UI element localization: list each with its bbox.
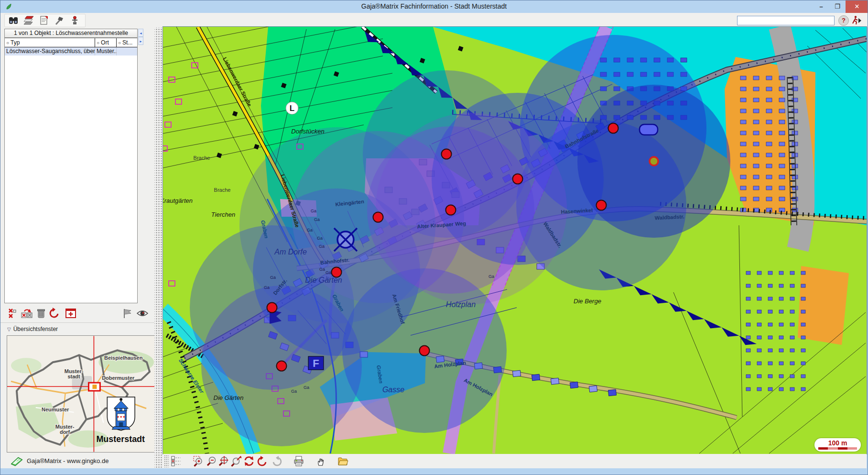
scale-indicator: 100 m bbox=[814, 438, 861, 452]
building bbox=[792, 87, 798, 91]
selected-building-marker[interactable] bbox=[640, 124, 658, 135]
legend-icon[interactable] bbox=[171, 455, 182, 467]
close-button[interactable]: ✕ bbox=[846, 0, 868, 13]
remove-selection-icon[interactable] bbox=[21, 307, 33, 320]
add-object-icon[interactable] bbox=[65, 307, 77, 320]
building bbox=[766, 76, 772, 80]
maximize-button[interactable]: ❐ bbox=[829, 0, 846, 13]
report-icon[interactable] bbox=[38, 15, 50, 26]
print-icon[interactable] bbox=[293, 455, 304, 467]
building bbox=[757, 271, 761, 275]
building bbox=[766, 109, 772, 113]
zoom-in-icon[interactable] bbox=[193, 455, 204, 467]
building bbox=[779, 271, 783, 275]
toolbar-drag-handle[interactable] bbox=[164, 455, 169, 467]
column-header-typ[interactable]: ○Typ bbox=[5, 38, 95, 47]
map-label-ga: Ga bbox=[264, 285, 270, 290]
visibility-eye-icon[interactable] bbox=[136, 307, 149, 320]
delete-icon[interactable] bbox=[35, 307, 47, 320]
building bbox=[768, 310, 772, 313]
ring-marker[interactable] bbox=[650, 157, 658, 166]
undo-view-icon[interactable] bbox=[257, 455, 268, 467]
undo-icon[interactable] bbox=[48, 307, 61, 320]
building bbox=[768, 271, 772, 275]
column-header-st[interactable]: ○St... bbox=[117, 38, 137, 47]
overview-section-label[interactable]: ▽Übersichtsfenster bbox=[7, 326, 58, 332]
layers-icon[interactable] bbox=[23, 15, 34, 26]
map-label: Brache bbox=[194, 155, 210, 161]
window-frame-bottom bbox=[0, 468, 868, 475]
hydrant-marker[interactable] bbox=[267, 303, 277, 313]
building bbox=[790, 271, 794, 275]
object-panel: 1 von 1 Objekt : Löschwasserentnahmestel… bbox=[0, 27, 154, 468]
hydrant-marker[interactable] bbox=[597, 200, 607, 210]
deselect-all-icon[interactable] bbox=[6, 307, 19, 320]
redo-view-icon[interactable] bbox=[271, 455, 282, 467]
building bbox=[801, 362, 805, 365]
collapse-left-button[interactable]: ◄ bbox=[138, 29, 143, 37]
building bbox=[757, 349, 761, 352]
search-binoculars-icon[interactable] bbox=[8, 15, 19, 26]
cell-st bbox=[117, 47, 137, 55]
building bbox=[779, 310, 783, 313]
building bbox=[746, 310, 750, 313]
building bbox=[766, 87, 772, 91]
overview-extent-marker[interactable] bbox=[88, 383, 100, 391]
statusbar-text: Gaja®Matrix - www.gingko.de bbox=[27, 457, 108, 464]
object-list[interactable]: ○Typ ○Ort ○St... Löschwasser-Sauganschlu… bbox=[4, 38, 138, 303]
building bbox=[746, 362, 750, 365]
open-folder-icon[interactable] bbox=[337, 455, 348, 467]
hydrant-marker[interactable] bbox=[373, 212, 383, 222]
radio-icon: ○ bbox=[97, 40, 99, 45]
hydrant-marker[interactable] bbox=[513, 174, 523, 184]
building bbox=[790, 349, 794, 352]
hydrant-tool-icon[interactable] bbox=[69, 15, 80, 26]
building bbox=[757, 387, 761, 391]
refresh-icon[interactable] bbox=[243, 455, 255, 467]
zoom-selection-icon[interactable] bbox=[231, 455, 242, 467]
table-row[interactable]: Löschwasser-Sauganschluss, überfl... Mus… bbox=[5, 47, 137, 55]
exit-runner-icon[interactable] bbox=[850, 15, 862, 26]
hydrant-marker[interactable] bbox=[277, 361, 287, 371]
object-count-header[interactable]: 1 von 1 Objekt : Löschwasserentnahmestel… bbox=[4, 29, 138, 38]
overview-map[interactable]: ♥ ♥ ♥ BeispielhausenMuster-stadtDobermus… bbox=[7, 335, 157, 453]
building bbox=[551, 378, 559, 385]
building bbox=[608, 389, 616, 396]
map-viewport[interactable]: L F GaGaGaGaGaGaGaGaGaGaGaGaDorfstückenB… bbox=[163, 27, 867, 454]
panel-splitter[interactable] bbox=[154, 27, 163, 468]
map-label-ga: Ga bbox=[270, 275, 276, 280]
building bbox=[790, 387, 794, 391]
zoom-out-icon[interactable] bbox=[206, 455, 217, 467]
hydrant-marker[interactable] bbox=[446, 205, 456, 215]
overview-place-label: Dobermuster bbox=[102, 375, 135, 381]
building bbox=[753, 98, 759, 102]
building bbox=[779, 142, 785, 146]
map-label-ga: Ga bbox=[304, 385, 309, 390]
collapse-triangle-icon[interactable]: ▽ bbox=[7, 327, 11, 332]
cell-typ: Löschwasser-Sauganschluss, überfl... bbox=[5, 47, 95, 55]
building bbox=[766, 175, 772, 179]
help-icon[interactable]: ? bbox=[838, 15, 849, 26]
flag-icon[interactable] bbox=[121, 307, 133, 320]
hydrant-marker[interactable] bbox=[442, 149, 452, 159]
minimize-button[interactable]: – bbox=[813, 0, 829, 13]
hydrant-marker[interactable] bbox=[608, 123, 618, 133]
statusbar: Gaja®Matrix - www.gingko.de bbox=[0, 454, 154, 468]
zoom-extent-icon[interactable] bbox=[218, 455, 229, 467]
toolbar-tray bbox=[4, 14, 86, 27]
hydrant-marker[interactable] bbox=[420, 346, 430, 356]
building bbox=[790, 323, 794, 326]
crest-hearts: ♥ ♥ ♥ bbox=[117, 415, 125, 419]
tools-hammer-icon[interactable] bbox=[54, 15, 65, 26]
building bbox=[792, 131, 798, 135]
map-label-ga: Ga bbox=[314, 217, 320, 222]
building bbox=[740, 109, 746, 113]
radio-icon: ○ bbox=[6, 40, 9, 45]
building bbox=[801, 375, 805, 378]
map-canvas[interactable]: L F GaGaGaGaGaGaGaGaGaGaGaGaDorfstückenB… bbox=[163, 27, 867, 454]
column-header-ort[interactable]: ○Ort bbox=[95, 38, 117, 47]
building bbox=[753, 120, 759, 124]
collapse-right-button[interactable]: ► bbox=[138, 37, 143, 45]
pan-hand-icon[interactable] bbox=[315, 455, 326, 467]
search-input[interactable] bbox=[737, 16, 835, 25]
